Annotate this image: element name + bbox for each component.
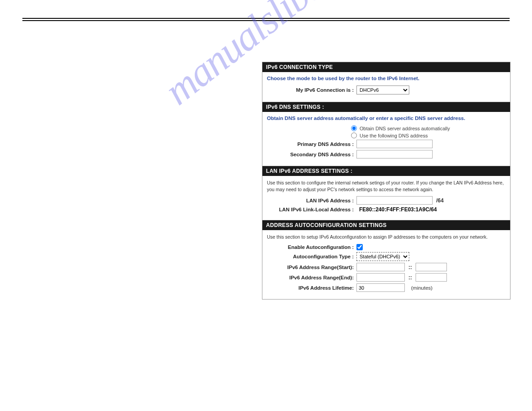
auto-desc: Use this section to setup IPv6 Autoconfi… [267,234,506,240]
top-rule [22,20,510,21]
auto-type-select[interactable]: Stateful (DHCPv6) [356,252,409,261]
section-body-dns: Obtain DNS server address automatically … [262,112,510,166]
conn-label: My IPv6 Connection is : [267,87,356,93]
section-body-auto: Use this section to setup IPv6 Autoconfi… [262,230,510,299]
colons-1: :: [407,264,414,270]
conn-intro: Choose the mode to be used by the router… [267,76,506,81]
lan-addr-label: LAN IPv6 Address : [267,198,356,203]
section-header-auto: ADDRESS AUTOCONFIGURATION SETTINGS [262,220,510,230]
router-config-panel: IPv6 CONNECTION TYPE Choose the mode to … [262,62,511,300]
dns-radio-manual-label: Use the following DNS address [360,133,428,138]
primary-dns-label: Primary DNS Address : [267,141,356,147]
auto-enable-checkbox[interactable] [356,244,363,250]
range-start-input-2[interactable] [416,263,447,271]
section-header-conn-type: IPv6 CONNECTION TYPE [262,62,510,72]
bottom-rule [22,18,510,19]
section-body-lan: Use this section to configure the intern… [262,176,510,220]
lan-linklocal-value: FE80::240:F4FF:FE03:1A9C/64 [356,206,437,213]
conn-type-select[interactable]: DHCPv6 [356,86,409,94]
lan-linklocal-label: LAN IPv6 Link-Local Address : [267,207,356,212]
range-end-input-2[interactable] [416,273,447,282]
dns-radio-auto[interactable] [351,125,357,131]
auto-type-label: Autoconfiguration Type : [267,254,356,259]
dns-radio-manual[interactable] [351,133,357,138]
dns-radio-auto-label: Obtain DNS server address automatically [360,126,450,131]
lan-desc: Use this section to configure the intern… [267,180,506,193]
lan-addr-suffix: /64 [436,197,444,204]
lifetime-unit: (minutes) [411,285,433,291]
lan-addr-input[interactable] [356,196,433,205]
auto-enable-label: Enable Autoconfiguration : [267,244,356,250]
lifetime-input[interactable] [356,283,405,292]
section-header-lan: LAN IPv6 ADDRESS SETTINGS : [262,166,510,176]
secondary-dns-label: Secondary DNS Address : [267,152,356,157]
section-body-conn-type: Choose the mode to be used by the router… [262,72,510,102]
primary-dns-input[interactable] [356,140,433,148]
dns-intro: Obtain DNS server address automatically … [267,116,506,121]
lifetime-label: IPv6 Address Lifetime: [267,285,356,291]
range-end-input-1[interactable] [356,273,405,282]
secondary-dns-input[interactable] [356,150,433,158]
range-start-input-1[interactable] [356,263,405,271]
section-header-dns: IPv6 DNS SETTINGS : [262,102,510,112]
colons-2: :: [407,274,414,281]
range-start-label: IPv6 Address Range(Start): [267,265,356,270]
range-end-label: IPv6 Address Range(End): [267,275,356,280]
